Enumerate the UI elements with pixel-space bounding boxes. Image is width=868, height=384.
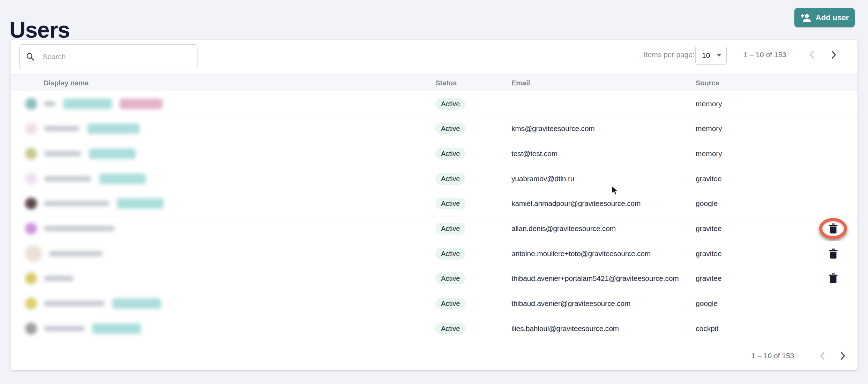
table-row[interactable]: Activethibaud.avenier@graviteesource.com… — [10, 291, 858, 316]
items-per-page-select[interactable]: 10 — [695, 46, 727, 65]
status-cell: Active — [435, 191, 465, 216]
avatar — [25, 148, 37, 160]
redacted-name-text — [44, 276, 74, 281]
avatar — [25, 173, 37, 185]
next-page-button-bottom[interactable] — [837, 350, 849, 362]
avatar — [25, 123, 37, 135]
column-header-email: Email — [511, 79, 530, 87]
previous-page-button-top[interactable] — [805, 48, 818, 61]
chevron-right-icon — [840, 352, 846, 360]
items-per-page-value: 10 — [702, 51, 710, 60]
status-badge: Active — [435, 98, 465, 110]
search-input[interactable] — [42, 52, 197, 61]
display-name-cell — [25, 141, 136, 166]
table-row[interactable]: Activememory — [10, 91, 858, 116]
redacted-name-text — [44, 326, 84, 331]
status-badge: Active — [435, 223, 465, 235]
status-cell: Active — [435, 216, 465, 241]
table-row[interactable]: Activeyuabramov@dtln.rugravitee — [10, 166, 858, 191]
display-name-cell — [25, 91, 163, 116]
table-row[interactable]: Activethibaud.avenier+portalam5421@gravi… — [10, 266, 858, 291]
redacted-name-text — [44, 301, 105, 306]
status-badge: Active — [435, 323, 465, 335]
source-cell: google — [696, 191, 718, 216]
table-row[interactable]: Activeantoine.mouliere+toto@graviteesour… — [10, 241, 858, 266]
status-cell: Active — [435, 116, 465, 141]
items-per-page-label: Items per page: — [644, 51, 695, 59]
email-cell: ilies.bahloul@graviteesource.com — [511, 316, 619, 341]
source-cell: gravitee — [696, 266, 722, 291]
click-annotation-ring — [819, 218, 847, 239]
status-badge: Active — [435, 272, 465, 284]
redacted-badge — [63, 99, 112, 109]
email-cell: kms@graviteesource.com — [511, 116, 595, 141]
redacted-display-name — [25, 323, 141, 335]
status-cell: Active — [435, 291, 465, 316]
pagination-range-bottom: 1 – 10 of 153 — [736, 352, 809, 360]
avatar — [25, 198, 37, 209]
users-card: Items per page: 10 1 – 10 of 153 Display… — [10, 40, 858, 370]
status-cell: Active — [435, 316, 465, 341]
email-cell: antoine.mouliere+toto@graviteesource.com — [511, 241, 651, 266]
email-cell: thibaud.avenier+portalam5421@graviteesou… — [511, 266, 679, 291]
avatar — [25, 223, 37, 235]
redacted-name-text — [44, 201, 109, 206]
display-name-cell — [25, 241, 103, 266]
status-badge: Active — [435, 123, 465, 135]
trash-icon — [829, 273, 838, 284]
chevron-right-icon — [831, 51, 837, 59]
redacted-name-text — [44, 226, 115, 231]
status-cell: Active — [435, 241, 465, 266]
bottom-paginator: 1 – 10 of 153 — [10, 341, 858, 370]
table-row[interactable]: Activekms@graviteesource.commemory — [10, 116, 858, 141]
add-user-label: Add user — [816, 13, 849, 22]
delete-user-button[interactable] — [823, 241, 844, 266]
redacted-name-text — [44, 101, 55, 106]
display-name-cell — [25, 316, 141, 341]
avatar — [25, 245, 42, 262]
redacted-badge — [89, 148, 136, 159]
redacted-name-text — [44, 151, 81, 156]
chevron-left-icon — [820, 352, 825, 360]
delete-user-button[interactable] — [823, 266, 844, 291]
avatar — [25, 272, 37, 284]
redacted-display-name — [25, 198, 164, 209]
redacted-display-name — [25, 123, 140, 135]
person-add-icon — [800, 13, 811, 22]
status-badge: Active — [435, 298, 465, 309]
table-row[interactable]: Activetest@test.commemory — [10, 141, 858, 166]
table-row[interactable]: Activeallan.denis@graviteesource.comgrav… — [10, 216, 858, 241]
status-badge: Active — [435, 198, 465, 209]
status-cell: Active — [435, 91, 465, 116]
display-name-cell — [25, 166, 146, 191]
redacted-badge — [120, 99, 163, 109]
status-cell: Active — [435, 141, 465, 166]
previous-page-button-bottom[interactable] — [816, 350, 828, 362]
redacted-name-text — [44, 176, 91, 181]
status-badge: Active — [435, 248, 465, 260]
avatar — [25, 323, 37, 335]
avatar — [25, 298, 37, 309]
table-row[interactable]: Activekamiel.ahmadpour@graviteesource.co… — [10, 191, 858, 216]
column-header-source: Source — [696, 79, 719, 87]
email-cell: test@test.com — [511, 141, 558, 166]
redacted-display-name — [25, 298, 161, 309]
source-cell: memory — [696, 116, 722, 141]
next-page-button-top[interactable] — [828, 48, 840, 61]
add-user-button[interactable]: Add user — [794, 8, 855, 27]
search-box[interactable] — [19, 44, 197, 69]
table-header: Display name Status Email Source — [10, 74, 858, 91]
display-name-cell — [25, 116, 140, 141]
status-cell: Active — [435, 166, 465, 191]
page-title: Users — [9, 17, 70, 43]
delete-user-button[interactable] — [823, 216, 844, 241]
source-cell: gravitee — [696, 216, 722, 241]
redacted-display-name — [25, 223, 115, 235]
display-name-cell — [25, 266, 74, 291]
status-badge: Active — [435, 173, 465, 185]
source-cell: memory — [696, 91, 722, 116]
redacted-badge — [99, 174, 146, 184]
redacted-badge — [117, 198, 164, 209]
table-row[interactable]: Activeilies.bahloul@graviteesource.comco… — [10, 316, 858, 341]
redacted-display-name — [25, 148, 136, 160]
